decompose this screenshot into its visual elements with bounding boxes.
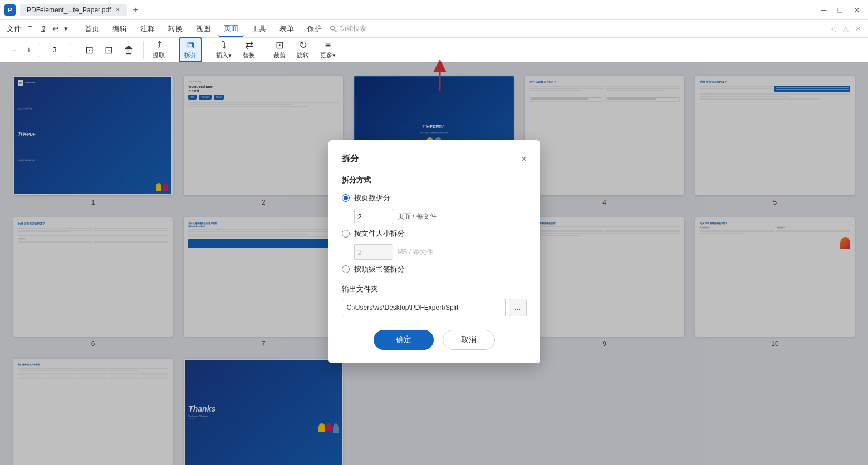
crop-label: 裁剪: [273, 51, 286, 60]
titlebar: P PDFelement_...te_Paper.pdf ✕ + ─ □ ✕: [0, 0, 868, 20]
extract-label: 提取: [153, 51, 165, 60]
option3-label[interactable]: 按顶级书签拆分: [354, 264, 405, 274]
active-tab[interactable]: PDFelement_...te_Paper.pdf ✕: [20, 4, 127, 16]
dropdown-icon[interactable]: ▾: [62, 23, 70, 34]
browse-button[interactable]: ...: [509, 299, 527, 316]
extract-button[interactable]: ⤴ 提取: [148, 38, 169, 61]
output-label: 输出文件夹: [342, 284, 527, 294]
menu-left-tools: 文件 🗒 🖨 ↩ ▾: [4, 23, 70, 35]
menu-home[interactable]: 首页: [79, 22, 105, 36]
menu-view[interactable]: 视图: [190, 22, 216, 36]
menu-page[interactable]: 页面: [218, 21, 244, 37]
option3-row: 按顶级书签拆分: [342, 264, 527, 274]
menu-annotate[interactable]: 注释: [135, 22, 160, 36]
tab-close-button[interactable]: ✕: [115, 6, 120, 13]
rotate-left-button[interactable]: ⊡: [81, 43, 98, 57]
output-path-input[interactable]: [342, 299, 506, 316]
split-icon: ⧉: [187, 40, 194, 50]
close-button[interactable]: ✕: [850, 4, 864, 16]
replace-button[interactable]: ⇄ 替换: [238, 38, 259, 61]
zoom-out-button[interactable]: −: [7, 43, 20, 57]
split-button[interactable]: ⧉ 拆分: [179, 37, 202, 62]
dialog-actions: 确定 取消: [342, 330, 527, 350]
option2-radio[interactable]: [342, 230, 350, 238]
feature-search[interactable]: 功能搜索: [330, 24, 366, 33]
menu-convert[interactable]: 转换: [163, 22, 188, 36]
more-button[interactable]: ≡ 更多▾: [316, 38, 340, 61]
insert-icon: ⤵: [222, 40, 227, 50]
new-tab-button[interactable]: +: [129, 5, 141, 15]
split-label: 拆分: [184, 51, 197, 60]
option2-label[interactable]: 按文件大小拆分: [354, 229, 405, 239]
print-icon[interactable]: 🖨: [37, 23, 49, 34]
zoom-input[interactable]: [38, 43, 71, 57]
nav-close-icon[interactable]: ✕: [853, 24, 864, 33]
option2-row: 按文件大小拆分: [342, 229, 527, 239]
menu-protect[interactable]: 保护: [302, 22, 327, 36]
more-icon: ≡: [325, 40, 331, 50]
rotate-right-button[interactable]: ⊡: [100, 43, 117, 57]
toolbar: − + ⊡ ⊡ 🗑 ⤴ 提取 ⧉ 拆分 ⤵ 插入▾ ⇄ 替换 ⊡ 裁剪 ↻ 旋转…: [0, 38, 868, 62]
nav-back-icon[interactable]: ◁: [828, 24, 838, 33]
dialog-header: 拆分 ×: [342, 154, 527, 164]
divider-3: [174, 41, 174, 59]
rotate-label: 旋转: [297, 51, 309, 60]
menubar: 文件 🗒 🖨 ↩ ▾ 首页 编辑 注释 转换 视图 页面 工具 表单 保护 功能…: [0, 20, 868, 38]
replace-label: 替换: [243, 51, 255, 60]
option2-input-row: MB / 每文件: [354, 244, 527, 260]
app-logo: P: [4, 4, 16, 16]
insert-button[interactable]: ⤵ 插入▾: [212, 38, 236, 61]
window-controls: ─ □ ✕: [818, 4, 864, 16]
rotate-button[interactable]: ↻ 旋转: [292, 38, 313, 61]
crop-button[interactable]: ⊡ 裁剪: [269, 38, 290, 61]
output-section: 输出文件夹 ...: [342, 284, 527, 316]
option1-unit: 页面 / 每文件: [398, 212, 437, 221]
rotate-left-icon: ⊡: [85, 45, 94, 55]
svg-line-1: [335, 29, 337, 32]
crop-icon: ⊡: [276, 40, 284, 50]
option2-unit: MB / 每文件: [398, 248, 433, 257]
tab-title: PDFelement_...te_Paper.pdf: [27, 6, 111, 14]
more-label: 更多▾: [320, 51, 336, 60]
pages-per-file-input[interactable]: [354, 209, 393, 224]
cancel-button[interactable]: 取消: [443, 330, 495, 350]
insert-label: 插入▾: [216, 51, 232, 60]
extract-icon: ⤴: [156, 40, 161, 50]
feature-search-label: 功能搜索: [340, 24, 366, 33]
minimize-button[interactable]: ─: [818, 4, 830, 16]
nav-up-icon[interactable]: △: [841, 24, 851, 33]
dialog-overlay: 拆分 × 拆分方式 按页数拆分 页面 / 每文件 按文件大小拆分 MB / 每文…: [0, 62, 868, 465]
zoom-in-button[interactable]: +: [22, 43, 36, 57]
menu-form[interactable]: 表单: [274, 22, 300, 36]
search-icon: [330, 25, 337, 33]
undo-icon[interactable]: ↩: [50, 23, 61, 34]
menu-edit[interactable]: 编辑: [107, 22, 133, 36]
option1-label[interactable]: 按页数拆分: [354, 193, 390, 203]
split-method-section: 拆分方式 按页数拆分 页面 / 每文件 按文件大小拆分 MB / 每文件: [342, 175, 527, 274]
rotate-right-icon: ⊡: [105, 45, 113, 55]
divider-5: [264, 41, 264, 59]
split-dialog: 拆分 × 拆分方式 按页数拆分 页面 / 每文件 按文件大小拆分 MB / 每文…: [328, 140, 540, 363]
dialog-title: 拆分: [342, 154, 359, 164]
dialog-close-button[interactable]: ×: [521, 154, 526, 164]
divider-2: [143, 41, 144, 59]
replace-icon: ⇄: [245, 40, 253, 50]
option1-radio[interactable]: [342, 194, 350, 202]
option1-input-row: 页面 / 每文件: [354, 209, 527, 224]
svg-point-0: [331, 26, 335, 29]
option3-radio[interactable]: [342, 265, 350, 273]
output-path-row: ...: [342, 299, 527, 316]
divider-4: [207, 41, 207, 59]
maximize-button[interactable]: □: [835, 4, 846, 16]
option1-row: 按页数拆分: [342, 193, 527, 203]
doc-icon[interactable]: 🗒: [24, 23, 36, 34]
delete-button[interactable]: 🗑: [120, 43, 139, 57]
split-method-label: 拆分方式: [342, 175, 527, 185]
zoom-controls: − +: [7, 43, 71, 57]
menu-tools[interactable]: 工具: [246, 22, 272, 36]
confirm-button[interactable]: 确定: [374, 330, 434, 350]
mb-per-file-input: [354, 244, 393, 260]
divider-1: [76, 41, 76, 59]
file-menu[interactable]: 文件: [4, 23, 23, 35]
delete-icon: 🗑: [124, 45, 134, 55]
